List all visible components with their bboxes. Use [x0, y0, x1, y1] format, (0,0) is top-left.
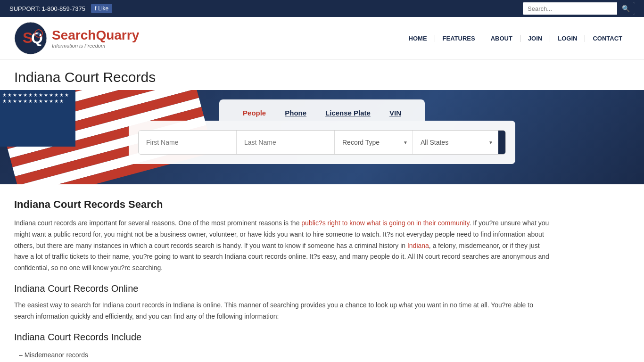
- section1-title: Indiana Court Records Search: [14, 198, 552, 211]
- top-bar-left: SUPPORT: 1-800-859-7375 f Like: [9, 4, 112, 13]
- nav-item-about[interactable]: ABOUT: [483, 35, 520, 42]
- logo-brand: SearchQuarry: [52, 28, 139, 43]
- top-search-button[interactable]: 🔍: [617, 2, 635, 15]
- svg-text:★: ★: [37, 31, 41, 36]
- search-form: Record TypeCriminal RecordsCourt Records…: [138, 130, 506, 155]
- indiana-link[interactable]: Indiana: [407, 242, 429, 249]
- public-rights-link[interactable]: public?s right to know what is going on …: [301, 219, 469, 227]
- record-type-wrapper: Record TypeCriminal RecordsCourt Records…: [335, 131, 413, 154]
- main-nav: HOMEFEATURESABOUTJOINLOGINCONTACT: [401, 35, 630, 42]
- fb-like-button[interactable]: f Like: [91, 4, 112, 13]
- hero-banner: ★★★★★ ★★★★★ ★★★★★ ★★★★★ ★★★★★ People Pho…: [0, 90, 644, 184]
- flag-stars: ★★★★★ ★★★★★ ★★★★★ ★★★★★ ★★★★★: [0, 90, 75, 147]
- header: S Q ★ SearchQuarry Information is Freedo…: [0, 17, 644, 60]
- list-item: Misdemeanor records: [19, 348, 552, 362]
- section1-paragraph1: Indiana court records are important for …: [14, 218, 552, 274]
- fb-like-label: Like: [98, 5, 108, 12]
- section1-p1-start: Indiana court records are important for …: [14, 219, 301, 227]
- nav-item-features[interactable]: FEATURES: [435, 35, 483, 42]
- search-button[interactable]: SEARCH: [498, 131, 506, 154]
- logo-text-area: SearchQuarry Information is Freedom: [52, 28, 139, 49]
- tab-vin[interactable]: VIN: [380, 105, 411, 121]
- logo-tagline: Information is Freedom: [52, 43, 139, 49]
- tab-phone[interactable]: Phone: [275, 105, 316, 121]
- first-name-input[interactable]: [139, 131, 237, 154]
- section2-paragraph1: The easiest way to search for Indiana co…: [14, 300, 552, 322]
- main-content: Indiana Court Records Search Indiana cou…: [0, 184, 566, 362]
- search-container: People Phone License Plate VIN Record Ty…: [119, 99, 525, 164]
- all-states-select[interactable]: All StatesAlabamaAlaskaArizonaArkansasCa…: [413, 130, 498, 155]
- page-title-bar: Indiana Court Records: [0, 60, 644, 90]
- search-form-wrapper: Record TypeCriminal RecordsCourt Records…: [129, 121, 515, 164]
- nav-item-contact[interactable]: CONTACT: [585, 35, 630, 42]
- tab-people[interactable]: People: [233, 105, 275, 121]
- record-type-select[interactable]: Record TypeCriminal RecordsCourt Records…: [335, 130, 413, 155]
- logo-brand-part2: Quarry: [96, 28, 139, 42]
- logo-icon: S Q ★: [14, 22, 47, 55]
- top-search-input[interactable]: [523, 2, 617, 15]
- all-states-wrapper: All StatesAlabamaAlaskaArizonaArkansasCa…: [413, 131, 498, 154]
- section3-title: Indiana Court Records Include: [14, 332, 552, 343]
- last-name-input[interactable]: [237, 131, 335, 154]
- fb-icon: f: [95, 5, 96, 12]
- nav-item-join[interactable]: JOIN: [520, 35, 550, 42]
- section2-title: Indiana Court Records Online: [14, 283, 552, 294]
- top-search-bar: 🔍: [523, 2, 635, 15]
- logo-brand-part1: Search: [52, 28, 96, 42]
- page-title: Indiana Court Records: [14, 69, 630, 85]
- logo-area: S Q ★ SearchQuarry Information is Freedo…: [14, 22, 139, 55]
- tab-license-plate[interactable]: License Plate: [316, 105, 380, 121]
- records-list: Misdemeanor recordsFelony or criminal re…: [14, 348, 552, 362]
- nav-item-login[interactable]: LOGIN: [550, 35, 585, 42]
- top-bar: SUPPORT: 1-800-859-7375 f Like 🔍: [0, 0, 644, 17]
- search-tabs: People Phone License Plate VIN: [219, 99, 425, 121]
- nav-item-home[interactable]: HOME: [401, 35, 435, 42]
- support-text: SUPPORT: 1-800-859-7375: [9, 5, 85, 12]
